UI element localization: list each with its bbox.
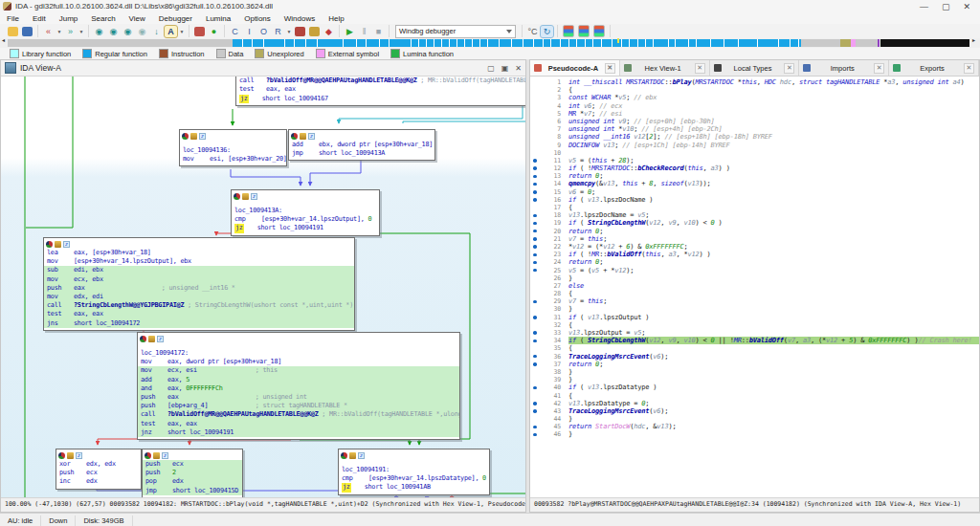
pseudocode-line[interactable]: 18 v13.lpszDocName = v5; xyxy=(530,211,979,219)
node-group-icon[interactable] xyxy=(67,452,74,459)
asm-line[interactable]: moveax, dword ptr [esp+30h+var_18] xyxy=(138,358,459,366)
pseudocode-line[interactable]: 22 *v12 = (*v12 + 6) & 0xFFFFFFFC; xyxy=(530,243,979,251)
menu-debugger[interactable]: Debugger xyxy=(152,14,199,23)
pseudocode-line[interactable]: 44 } xyxy=(530,415,979,423)
tab-close-icon[interactable]: ✕ xyxy=(874,63,884,74)
menu-search[interactable]: Search xyxy=(84,14,122,23)
asm-line[interactable]: loc_10094136: xyxy=(180,146,286,155)
nav-forward-icon[interactable]: » xyxy=(64,26,77,37)
graph-node-g[interactable]: zxoredx, edxpushecxincedx xyxy=(56,449,142,490)
asm-line[interactable]: testeax, eax xyxy=(44,310,354,318)
tab-close-icon[interactable]: ✕ xyxy=(695,63,705,74)
asm-line[interactable]: jzshort loc_10094167 xyxy=(236,95,525,103)
asm-line[interactable]: subedi, ebx xyxy=(44,266,354,274)
pseudocode-line[interactable]: 4 int v6; // ecx xyxy=(530,102,979,110)
menu-windows[interactable]: Windows xyxy=(278,14,322,23)
graph-node-a[interactable]: movdword ptr [esp+38h+var_18], eaxcall?b… xyxy=(235,77,525,106)
breakpoint-icon[interactable] xyxy=(295,27,305,36)
pseudocode-line[interactable]: 28 { xyxy=(530,290,979,297)
graph-node-d[interactable]: zloc_1009413A:cmp[esp+30h+var_14.lpszOut… xyxy=(231,189,380,236)
asm-line[interactable]: cmp[esp+30h+var_14.lpszOutput], 0 xyxy=(232,215,379,224)
watch-icon[interactable] xyxy=(309,27,320,36)
debug-start-icon[interactable]: ▶ xyxy=(344,26,356,37)
node-zoom-icon[interactable]: z xyxy=(76,452,82,459)
pseudocode-line[interactable]: 6 unsigned int v9; // [esp+0h] [ebp-30h] xyxy=(530,118,979,125)
jump-address-icon[interactable]: ◉ xyxy=(93,26,105,37)
node-color-icon[interactable] xyxy=(291,133,298,140)
navband-scroll-arrow[interactable]: ▸ xyxy=(972,38,975,43)
node-group-icon[interactable] xyxy=(153,452,160,459)
node-zoom-icon[interactable]: z xyxy=(162,452,168,459)
pseudocode-line[interactable]: 2{ xyxy=(530,86,979,94)
menu-view[interactable]: View xyxy=(122,14,152,23)
node-color-icon[interactable] xyxy=(140,336,146,342)
pseudocode-line[interactable]: 41 { xyxy=(530,392,979,400)
menu-options[interactable]: Options xyxy=(237,14,278,23)
asm-line[interactable]: popedx xyxy=(143,477,242,486)
asm-line[interactable]: mov[esp+30h+var_14.lpszOutput], ebx xyxy=(44,257,354,266)
asm-line[interactable]: pusheax ; unsigned int xyxy=(138,393,459,402)
rename-caret-icon[interactable]: ▼ xyxy=(179,26,185,37)
asm-line[interactable]: jmpshort loc_1009413A xyxy=(289,149,434,158)
pseudocode-line[interactable]: 36 TraceLoggingMsrcEvent(v6); xyxy=(530,353,979,361)
pseudocode-line[interactable]: 43 TraceLoggingMsrcEvent(v6); xyxy=(530,407,979,415)
asm-line[interactable]: xoredx, edx xyxy=(56,460,141,469)
open-file-icon[interactable] xyxy=(8,27,18,36)
pseudocode-line[interactable]: 39 } xyxy=(530,376,979,384)
menu-jump[interactable]: Jump xyxy=(53,14,85,23)
options-icon[interactable]: O xyxy=(257,26,270,37)
asm-line[interactable]: addebx, dword ptr [esp+30h+var_18] xyxy=(289,141,434,149)
save-icon[interactable] xyxy=(22,27,33,36)
jump-down-icon[interactable]: ↓ xyxy=(150,26,163,37)
calc-icon[interactable]: I xyxy=(243,26,256,37)
pseudocode-line[interactable]: 5 MR *v7; // esi xyxy=(530,110,979,118)
graph-view[interactable]: movdword ptr [esp+38h+var_18], eaxcall?b… xyxy=(1,77,525,497)
pseudocode-line[interactable]: 11 v5 = (this + 28); xyxy=(530,157,979,164)
asm-line[interactable]: jzshort loc_100941AB xyxy=(339,483,489,492)
thread-list-icon[interactable] xyxy=(578,25,590,37)
segment-list-icon[interactable] xyxy=(593,25,605,37)
asm-line[interactable]: pushecx xyxy=(143,460,242,469)
pseudocode-line[interactable]: 34 if ( StringCbLengthW(v12, v9, v10) < … xyxy=(530,337,979,344)
pseudocode-line[interactable]: 27 else xyxy=(530,282,979,290)
asm-line[interactable]: call?StringCbLengthW@@YGJPBGIPAI@Z ; Str… xyxy=(44,301,354,310)
pseudocode-line[interactable]: 19 if ( StringCbLengthW(v12, v9, v10) < … xyxy=(530,219,979,227)
tab-hex-view-1[interactable]: Hex View-1✕ xyxy=(620,60,710,76)
node-group-icon[interactable] xyxy=(242,193,249,200)
asm-line[interactable]: movedx, edi xyxy=(44,293,354,301)
asm-line[interactable]: addeax, 5 xyxy=(138,376,459,384)
pseudocode-line[interactable]: 31 if ( v13.lpszOutput ) xyxy=(530,314,979,321)
asm-line[interactable]: pusheax ; unsigned __int16 * xyxy=(44,284,354,293)
graph-node-e[interactable]: zleaeax, [esp+30h+var_18]mov[esp+30h+var… xyxy=(43,237,355,331)
node-zoom-icon[interactable]: z xyxy=(157,336,164,342)
node-color-icon[interactable] xyxy=(145,452,151,459)
pseudocode-line[interactable]: 17 { xyxy=(530,204,979,211)
node-color-icon[interactable] xyxy=(234,193,240,200)
asm-line[interactable]: call?bValidOff@MR@@QAEHPAUtagHANDLETABLE… xyxy=(236,77,525,85)
asm-line[interactable]: jzshort loc_10094191 xyxy=(232,224,379,232)
navband-cursor[interactable] xyxy=(617,38,619,43)
navband-segment[interactable] xyxy=(856,39,878,47)
pseudocode-line[interactable]: 1int __thiscall MRSTARTDOC::bPlay(MRSTAR… xyxy=(530,78,979,86)
pseudocode-line[interactable]: 46} xyxy=(530,430,979,438)
node-color-icon[interactable] xyxy=(182,133,189,140)
asm-line[interactable]: pushecx xyxy=(56,469,141,477)
close-button[interactable]: ✕ xyxy=(963,2,970,11)
node-group-icon[interactable] xyxy=(190,133,197,140)
navband-scroll-arrow[interactable]: ◂ xyxy=(2,38,5,43)
tab-exports[interactable]: Exports✕ xyxy=(889,60,979,76)
asm-line[interactable]: movecx, esi ; this xyxy=(138,366,459,375)
graph-node-i[interactable]: zloc_10094191:cmp[esp+30h+var_14.lpszDat… xyxy=(338,449,490,495)
node-color-icon[interactable] xyxy=(46,241,53,248)
node-group-icon[interactable] xyxy=(148,336,155,342)
pseudocode-line[interactable]: 35 { xyxy=(530,344,979,352)
asm-line[interactable]: leaeax, [esp+30h+var_18] xyxy=(44,249,354,257)
pseudocode-line[interactable]: 40 if ( v13.lpszDatatype ) xyxy=(530,384,979,391)
pseudocode-line[interactable]: 14 qmemcpy(&v13, this + 8, sizeof(v13)); xyxy=(530,180,979,187)
asm-line[interactable]: push2 xyxy=(143,469,242,477)
debug-stop-icon[interactable]: ■ xyxy=(372,26,385,37)
pseudocode-line[interactable]: 7 unsigned int *v10; // [esp+4h] [ebp-2C… xyxy=(530,125,979,133)
pseudocode-line[interactable]: 25 v5 = (v5 + *v12); xyxy=(530,267,979,274)
jump-function-icon[interactable]: ◉ xyxy=(122,26,134,37)
pseudocode-line[interactable]: 8 unsigned __int16 v12[2]; // [esp+18h] … xyxy=(530,133,979,141)
